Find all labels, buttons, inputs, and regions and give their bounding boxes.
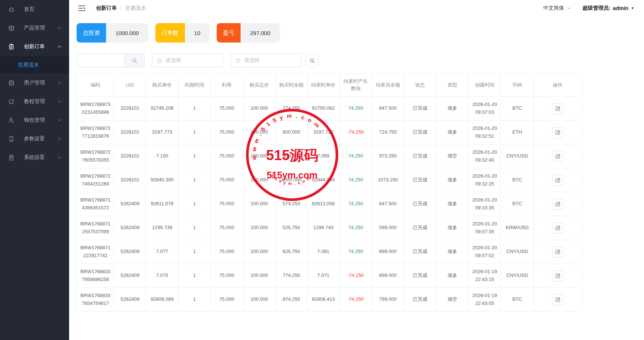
search-submit-button[interactable] [305, 53, 319, 68]
sidebar-item-tutorials[interactable]: 教程管理 [0, 92, 69, 111]
breadcrumb-separator: / [120, 5, 122, 11]
cell-buy-total: 100.000 [243, 168, 276, 192]
cell-end-fee: -74.250 [340, 288, 372, 312]
cell-rate: 75.000 [211, 216, 243, 240]
table-row: BRW17688714356351572 5262409 92611.578 1… [77, 192, 582, 216]
sidebar-item-home[interactable]: 首页 [0, 0, 69, 19]
edit-button[interactable] [552, 294, 563, 305]
cell-end-balance: 847.500 [372, 97, 404, 121]
users-icon [8, 80, 15, 86]
date-start-picker[interactable]: 请选择 [152, 53, 223, 68]
sidebar-item-users[interactable]: 用户管理 [0, 74, 69, 92]
breadcrumb: 创新订单 / 交易流水 [96, 5, 146, 12]
cell-rate: 75.000 [211, 192, 243, 216]
breadcrumb-page: 交易流水 [125, 5, 146, 12]
edit-button[interactable] [552, 127, 563, 138]
cell-coin: CNY/USD [501, 240, 534, 264]
created-date: 2026-01-20 [472, 244, 497, 252]
cell-buy-price: 92611.578 [146, 192, 179, 216]
cell-coin: CNY/USD [501, 264, 534, 288]
sidebar-item-system[interactable]: 系统设置 [0, 148, 69, 167]
sidebar-item-label: 首页 [24, 6, 62, 13]
cell-code: BRW17688714356351572 [77, 192, 114, 216]
cell-created-at: 2026-01-20 09:07:35 [469, 216, 501, 240]
cell-end-balance: 647.500 [372, 192, 404, 216]
cell-buy-price: 92745.206 [146, 97, 179, 121]
edit-button[interactable] [552, 199, 563, 210]
edit-button[interactable] [552, 270, 563, 281]
stat-card-order-count: 订单数 10 [155, 23, 210, 43]
cell-buy-price: 7.077 [146, 240, 179, 264]
edit-button[interactable] [552, 246, 563, 258]
user-name: admin [613, 5, 628, 11]
cell-uid: 3226101 [114, 97, 146, 121]
edit-button[interactable] [552, 175, 563, 186]
cell-created-at: 2026-01-20 09:32:40 [469, 144, 501, 168]
tutorial-icon [8, 99, 15, 105]
cell-end-fee: 74.250 [340, 216, 372, 240]
chevron-down-icon [57, 137, 62, 141]
cell-balance-at-buy: 800.000 [276, 121, 307, 144]
created-time: 09:07:02 [472, 252, 497, 260]
cell-rate: 75.000 [211, 240, 243, 264]
sidebar-item-orders[interactable]: 创新订单 [0, 37, 69, 56]
cell-end-fee: 74.250 [340, 240, 372, 264]
created-date: 2026-01-20 [472, 149, 497, 156]
language-selector[interactable]: 中文简体 [543, 5, 571, 12]
keyword-search-group [77, 53, 145, 68]
stat-label: 盈亏 [217, 23, 241, 43]
sidebar-collapse-icon[interactable] [78, 5, 86, 12]
cell-balance-at-buy: 874.250 [276, 288, 307, 312]
cell-expire-time: 1 [179, 168, 211, 192]
col-header-expire-time: 到期时间 [179, 74, 211, 97]
date-end-picker[interactable]: 请选择 [230, 53, 301, 68]
cell-actions [534, 144, 582, 168]
cell-expire-time: 1 [179, 288, 211, 312]
sidebar-item-label: 产品管理 [24, 25, 57, 31]
params-icon [8, 136, 15, 142]
stats-row: 总投资 1000.000 订单数 10 盈亏 297.000 [69, 16, 644, 43]
cell-buy-price: 92806.089 [146, 288, 179, 312]
cell-coin: BTC [501, 97, 534, 121]
cell-expire-time: 1 [179, 144, 211, 168]
cell-uid: 5262409 [114, 288, 146, 312]
cell-coin: CNY/USD [501, 144, 534, 168]
edit-button[interactable] [552, 222, 563, 234]
edit-button[interactable] [552, 151, 563, 162]
keyword-input[interactable] [77, 53, 124, 68]
cell-type: 借多 [436, 216, 469, 240]
cell-type: 借多 [436, 168, 469, 192]
sidebar-item-wallets[interactable]: 钱包管理 [0, 111, 69, 130]
cell-balance-at-buy: 774.250 [276, 97, 307, 121]
keyword-search-button[interactable] [124, 53, 145, 68]
cell-rate: 75.000 [211, 264, 243, 288]
col-header-end-price: 结束时单价 [307, 74, 340, 97]
user-menu[interactable]: 超级管理员: admin ▼ [582, 5, 634, 12]
cell-end-balance: 699.000 [372, 240, 404, 264]
cell-coin: BTC [501, 288, 534, 312]
cell-created-at: 2026-01-20 09:32:51 [469, 121, 501, 144]
cell-created-at: 2026-01-20 09:32:25 [469, 168, 501, 192]
wallet-icon [8, 117, 15, 124]
cell-buy-price: 1299.739 [146, 216, 179, 240]
cell-expire-time: 1 [179, 240, 211, 264]
chevron-down-icon [567, 6, 571, 10]
sidebar-item-params[interactable]: 参数设置 [0, 130, 69, 148]
breadcrumb-section[interactable]: 创新订单 [96, 5, 117, 12]
cell-balance-at-buy: 1000.000 [276, 168, 307, 192]
sidebar-item-products[interactable]: 产品管理 [0, 19, 69, 37]
cell-type: 借多 [436, 121, 469, 144]
edit-button[interactable] [552, 103, 563, 114]
cell-rate: 75.000 [211, 168, 243, 192]
cell-buy-total: 100.000 [243, 216, 276, 240]
cell-status: 已完成 [404, 216, 436, 240]
chevron-down-icon [57, 155, 62, 160]
sidebar-subitem-transactions[interactable]: 交易流水 [0, 56, 69, 74]
user-role-label: 超级管理员: [582, 5, 610, 12]
cell-created-at: 2026-01-19 22:43:05 [469, 288, 501, 312]
cell-actions [534, 97, 582, 121]
cell-end-price: 7.099 [307, 144, 340, 168]
edit-icon [555, 130, 561, 135]
cell-actions [534, 121, 582, 144]
cell-code: BRW17688727712819876 [77, 121, 114, 144]
